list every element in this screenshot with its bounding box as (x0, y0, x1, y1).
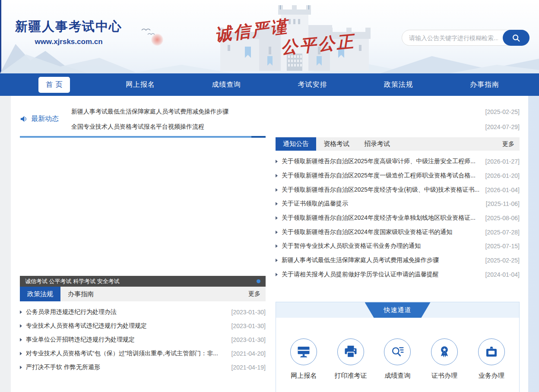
bullet-triangle-icon (20, 324, 22, 328)
notice-link[interactable]: 关于领取新疆维吾尔自治区2025年度一级造价工程师职业资格考试合格... (282, 172, 485, 180)
icon-circle (431, 338, 458, 365)
notice-date: [2026-01-20] (485, 172, 520, 179)
policy-link[interactable]: 对专业技术人员资格考试“包（保）过”培训须出重拳,考试主管部门：非... (26, 350, 231, 357)
notices-more-link[interactable]: 更多 (502, 137, 520, 151)
notice-date: [2026-01-27] (485, 158, 520, 165)
nav-item-policies[interactable]: 政策法规 (384, 80, 413, 89)
bullet-triangle-icon (20, 310, 22, 314)
carousel-dot-indicator[interactable] (257, 279, 260, 283)
bullet-triangle-icon (276, 160, 278, 163)
policy-link[interactable]: 公务员录用违规违纪行为处理办法 (26, 308, 231, 316)
carousel[interactable]: 诚信考试 公平考试 科学考试 安全考试 (20, 138, 266, 287)
tab-notices[interactable]: 通知公告 (276, 137, 316, 151)
list-item: 公务员录用违规违纪行为处理办法 [2023-01-30] (20, 305, 266, 319)
list-item: 严打决不手软 作弊无所遁形 [2021-04-19] (20, 360, 266, 374)
bullet-triangle-icon (276, 188, 278, 192)
header-banner: 新疆人事考试中心 www.xjrsks.com.cn 诚信严谨 公平公正 (0, 0, 539, 73)
right-column: 通知公告 资格考试 招录考试 更多 关于领取新疆维吾尔自治区2025年度高级审计… (276, 136, 520, 392)
monitor-icon (296, 344, 311, 360)
quick-item-print-admission-ticket[interactable]: 打印准考证 (327, 338, 374, 380)
bullet-triangle-icon (276, 244, 278, 248)
list-item: 关于领取新疆维吾尔自治区2024年度经济专业单独划线地区职业资格证... [20… (276, 211, 520, 225)
notice-link[interactable]: 关于领取新疆维吾尔自治区2025年度高级审计师、中级注册安全工程师... (282, 158, 485, 165)
bullet-triangle-icon (276, 231, 278, 234)
notice-link[interactable]: 关于请相关报考人员提前做好学历学位认证申请的温馨提醒 (282, 271, 485, 278)
bullet-triangle-icon (276, 216, 278, 220)
policy-link[interactable]: 严打决不手软 作弊无所遁形 (26, 364, 231, 371)
notice-date: [2024-01-04] (485, 271, 520, 278)
news-item: 新疆人事考试最低生活保障家庭人员考试费用减免操作步骤 [2025-02-25] (71, 104, 520, 119)
printer-icon (343, 344, 358, 360)
site-url: www.xjrsks.com.cn (15, 38, 122, 46)
policies-list: 公务员录用违规违纪行为处理办法 [2023-01-30] 专业技术人员资格考试违… (20, 305, 266, 374)
quick-item-online-registration[interactable]: 网上报名 (280, 338, 327, 380)
news-date: [2025-02-25] (485, 108, 520, 115)
icon-circle (478, 338, 505, 365)
search-icon (511, 33, 521, 43)
news-link[interactable]: 新疆人事考试最低生活保障家庭人员考试费用减免操作步骤 (71, 108, 485, 116)
list-item: 关于领取新疆维吾尔自治区2025年度一级造价工程师职业资格考试合格... [20… (276, 169, 520, 183)
tab-service-guide[interactable]: 办事指南 (60, 287, 101, 301)
list-item: 关于暂停专业技术人员职业资格证书业务办理的通知 [2025-07-15] (276, 239, 520, 253)
tab-policies[interactable]: 政策法规 (20, 287, 60, 301)
sun-decoration (151, 34, 163, 46)
nav-item-score-query[interactable]: 成绩查询 (212, 80, 241, 89)
notice-date: [2026-01-04] (485, 187, 520, 193)
latest-news-title: 最新动态 (31, 114, 59, 123)
notice-date: [2025-11-06] (486, 200, 520, 207)
nav-item-online-registration[interactable]: 网上报名 (126, 80, 155, 89)
tab-qualification-exams[interactable]: 资格考试 (316, 137, 357, 151)
notice-link[interactable]: 关于领取新疆维吾尔自治区2025年度经济专业(初级、中级)技术资格证书... (282, 186, 485, 194)
policy-link[interactable]: 事业单位公开招聘违纪违规行为处理规定 (26, 336, 231, 344)
quick-item-label: 成绩查询 (384, 372, 410, 380)
search-button[interactable] (503, 30, 529, 46)
nav-item-service-guide[interactable]: 办事指南 (470, 80, 499, 89)
notice-link[interactable]: 新疆人事考试最低生活保障家庭人员考试费用减免操作步骤 (282, 256, 485, 264)
notices-list: 关于领取新疆维吾尔自治区2025年度高级审计师、中级注册安全工程师... [20… (276, 155, 520, 281)
policies-more-link[interactable]: 更多 (248, 287, 266, 301)
quick-item-business-services[interactable]: 业务办理 (468, 338, 515, 380)
bullet-triangle-icon (20, 338, 22, 341)
site-title: 新疆人事考试中心 (15, 18, 122, 35)
quick-channel-title: 快速通道 (365, 302, 431, 318)
latest-news-section: 最新动态 新疆人事考试最低生活保障家庭人员考试费用减免操作步骤 [2025-02… (20, 96, 520, 136)
policy-date: [2023-01-30] (231, 322, 266, 329)
main-content: 最新动态 新疆人事考试最低生活保障家庭人员考试费用减免操作步骤 [2025-02… (11, 96, 528, 392)
notices-tabbar: 通知公告 资格考试 招录考试 更多 (276, 137, 520, 151)
policies-tabbar: 政策法规 办事指南 更多 (20, 287, 266, 301)
tab-recruitment-exams[interactable]: 招录考试 (357, 137, 397, 151)
nav-item-exam-schedule[interactable]: 考试安排 (298, 80, 327, 89)
list-item: 新疆人事考试最低生活保障家庭人员考试费用减免操作步骤 [2025-02-25] (276, 253, 520, 268)
list-item: 关于领取新疆维吾尔自治区2025年度高级审计师、中级注册安全工程师... [20… (276, 155, 520, 169)
policy-date: [2021-04-19] (231, 364, 266, 371)
icon-circle (337, 338, 364, 365)
bullet-triangle-icon (276, 259, 278, 262)
notice-link[interactable]: 关于领取新疆维吾尔自治区2024年度经济专业单独划线地区职业资格证... (282, 214, 485, 222)
policy-date: [2023-01-30] (231, 309, 266, 316)
policy-date: [2023-01-30] (231, 336, 266, 343)
bullet-triangle-icon (20, 366, 22, 369)
search-box (402, 30, 529, 46)
notice-link[interactable]: 关于暂停专业技术人员职业资格证书业务办理的通知 (282, 242, 485, 250)
news-link[interactable]: 全国专业技术人员资格考试报名平台视频操作流程 (71, 123, 485, 131)
quick-item-certificate-services[interactable]: 证书办理 (421, 338, 468, 380)
policy-link[interactable]: 专业技术人员资格考试违纪违规行为处理规定 (26, 322, 231, 330)
carousel-caption: 诚信考试 公平考试 科学考试 安全考试 (25, 278, 120, 285)
carousel-caption-bar: 诚信考试 公平考试 科学考试 安全考试 (20, 276, 266, 287)
bullet-triangle-icon (276, 273, 278, 276)
quick-item-label: 业务办理 (479, 372, 504, 380)
notice-link[interactable]: 关于领取新疆维吾尔自治区2024年度国家级职业资格证书的通知 (282, 228, 485, 236)
notice-link[interactable]: 关于证书领取的温馨提示 (282, 200, 486, 208)
news-item: 全国专业技术人员资格考试报名平台视频操作流程 [2024-07-29] (71, 119, 520, 134)
quick-channel-panel: 快速通道 网上报名 (276, 302, 520, 392)
notice-date: [2025-07-15] (485, 243, 520, 250)
quick-item-score-query[interactable]: 成绩查询 (374, 338, 421, 380)
speaker-icon (20, 115, 28, 123)
quick-item-label: 打印准考证 (334, 372, 367, 380)
badge-icon (484, 344, 499, 360)
notice-date: [2025-07-28] (485, 229, 520, 236)
notice-date: [2025-08-06] (485, 215, 520, 221)
news-date: [2024-07-29] (485, 123, 520, 130)
nav-item-home[interactable]: 首 页 (38, 77, 70, 93)
bullet-triangle-icon (20, 352, 22, 355)
